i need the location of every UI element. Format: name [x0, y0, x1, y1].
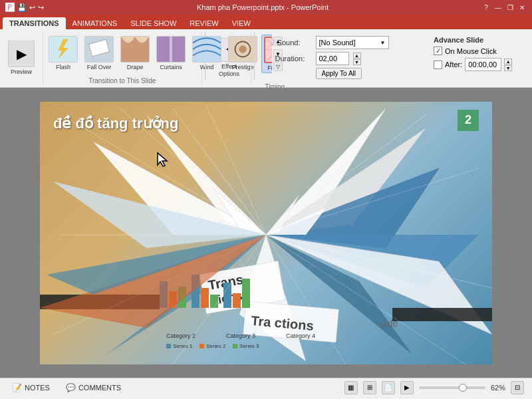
minimize-button[interactable]: —: [493, 3, 503, 12]
notes-button[interactable]: 📝 NOTES: [8, 382, 54, 394]
timing-section: 🔊 Sound: [No Sound] ▼ ⏱ Duration: ▲ ▼: [257, 32, 426, 84]
ribbon-area: ▶ Preview Fl: [0, 29, 532, 88]
flash-label: Flash: [56, 64, 70, 70]
drape-label: Drape: [127, 64, 144, 70]
restore-button[interactable]: ❐: [505, 3, 515, 12]
slide-area: 2 đề đồ tăng trưởng: [0, 88, 532, 378]
slide-canvas[interactable]: 2 đề đồ tăng trưởng: [40, 102, 492, 364]
svg-text:Series 1: Series 1: [173, 343, 193, 349]
after-input[interactable]: [465, 58, 501, 71]
preview-group: ▶ Preview: [0, 32, 43, 84]
normal-view-button[interactable]: ▦: [344, 381, 358, 394]
transition-drape[interactable]: Drape: [118, 35, 152, 73]
svg-text:Series 2: Series 2: [206, 343, 226, 349]
duration-text: Duration:: [275, 55, 305, 63]
sound-dropdown[interactable]: [No Sound] ▼: [316, 36, 389, 49]
after-down[interactable]: ▼: [504, 65, 512, 71]
svg-text:Series 3: Series 3: [239, 343, 259, 349]
tab-transitions[interactable]: TRANSITIONS: [3, 17, 66, 29]
transition-group-label: Transition to This Slide: [88, 76, 156, 84]
duration-label: ⏱ Duration:: [265, 54, 312, 63]
after-up[interactable]: ▲: [504, 59, 512, 65]
fall-over-label: Fall Over: [87, 64, 112, 70]
svg-rect-49: [233, 293, 241, 308]
title-bar: 🅿 💾 ↩ ↪ Kham pha Powerpoint.pptx - Power…: [0, 0, 532, 15]
zoom-thumb[interactable]: [459, 384, 467, 392]
svg-rect-50: [242, 279, 250, 308]
svg-rect-58: [233, 344, 237, 348]
transition-curtains[interactable]: Curtains: [154, 35, 188, 73]
apply-all-button[interactable]: Apply To All: [316, 68, 362, 79]
ribbon-tabs: TRANSITIONS ANIMATIONS SLIDE SHOW REVIEW…: [0, 15, 532, 29]
slide-title-text: đồ tăng trưởng: [76, 115, 179, 132]
after-label: After:: [445, 61, 462, 68]
sound-dropdown-arrow: ▼: [380, 40, 386, 46]
fit-to-window-button[interactable]: ⊡: [511, 381, 524, 394]
mouse-click-label: On Mouse Click: [445, 47, 497, 55]
after-row: After: ▲ ▼: [434, 58, 524, 71]
zoom-slider[interactable]: [419, 386, 485, 389]
advance-slide-group: Advance Slide On Mouse Click After: ▲ ▼: [426, 32, 532, 84]
preview-button[interactable]: ▶ Preview: [5, 39, 37, 76]
transitions-group: Flash Fall Over: [43, 32, 202, 84]
notes-icon: 📝: [12, 383, 22, 392]
reading-view-button[interactable]: 📄: [382, 381, 395, 394]
duration-up[interactable]: ▲: [353, 53, 361, 59]
transition-fall-over[interactable]: Fall Over: [82, 35, 116, 73]
tab-animations[interactable]: ANIMATIONS: [66, 17, 124, 29]
after-checkbox[interactable]: [434, 61, 442, 69]
comments-icon: 💬: [66, 383, 76, 392]
tab-slideshow[interactable]: SLIDE SHOW: [124, 17, 183, 29]
ribbon: ▶ Preview Fl: [0, 29, 532, 88]
duration-down[interactable]: ▼: [353, 59, 361, 65]
duration-row: ⏱ Duration: ▲ ▼: [265, 52, 418, 65]
fracture-svg: Trans itions Tra ctions: [40, 102, 492, 364]
mouse-click-checkbox[interactable]: [434, 47, 442, 55]
apply-all-row: Apply To All: [265, 68, 418, 79]
close-button[interactable]: ✕: [517, 3, 527, 12]
transition-flash[interactable]: Flash: [46, 35, 80, 73]
effect-options-label: EffectOptions: [219, 63, 239, 78]
svg-text:Category 4: Category 4: [286, 332, 315, 339]
svg-rect-56: [200, 344, 204, 348]
slide-sorter-button[interactable]: ⊞: [363, 381, 376, 394]
advance-group-label: [434, 79, 524, 80]
notes-label: NOTES: [25, 384, 50, 392]
slide-title: đề đồ tăng trưởng: [53, 115, 178, 132]
sound-text: Sound:: [277, 39, 301, 47]
status-bar: 📝 NOTES 💬 COMMENTS ▦ ⊞ 📄 ▶ 62% ⊡: [0, 378, 532, 396]
svg-rect-48: [223, 283, 231, 308]
slideshow-view-button[interactable]: ▶: [400, 381, 414, 394]
zoom-level: 62%: [491, 384, 505, 392]
curtains-label: Curtains: [160, 64, 182, 70]
comments-label: COMMENTS: [78, 384, 121, 392]
svg-text:Category 2: Category 2: [166, 332, 196, 339]
svg-rect-41: [392, 308, 492, 321]
status-right: ▦ ⊞ 📄 ▶ 62% ⊡: [344, 381, 524, 394]
svg-rect-46: [201, 288, 209, 308]
comments-button[interactable]: 💬 COMMENTS: [62, 382, 125, 394]
slide-number-badge: 2: [458, 110, 479, 131]
help-button[interactable]: ?: [481, 3, 491, 12]
svg-point-11: [239, 45, 246, 53]
svg-rect-47: [210, 295, 218, 308]
sound-value: [No Sound]: [319, 39, 356, 47]
advance-slide-label: Advance Slide: [434, 36, 524, 44]
slide-prefix: đề: [53, 115, 76, 132]
window-title: Kham pha Powerpoint.pptx - PowerPoint: [44, 3, 481, 11]
status-left: 📝 NOTES 💬 COMMENTS: [8, 382, 125, 394]
svg-text:slide: slide: [378, 317, 398, 329]
svg-text:Category 3: Category 3: [226, 332, 255, 339]
svg-rect-6: [157, 37, 170, 62]
mouse-click-row: On Mouse Click: [434, 47, 524, 55]
slide-number: 2: [465, 113, 471, 127]
tab-view[interactable]: VIEW: [225, 17, 257, 29]
svg-rect-54: [166, 344, 171, 348]
svg-rect-7: [172, 37, 185, 62]
sound-row: 🔊 Sound: [No Sound] ▼: [265, 36, 418, 49]
sound-label: 🔊 Sound:: [265, 38, 312, 47]
tab-review[interactable]: REVIEW: [183, 17, 225, 29]
duration-input[interactable]: [316, 52, 349, 65]
